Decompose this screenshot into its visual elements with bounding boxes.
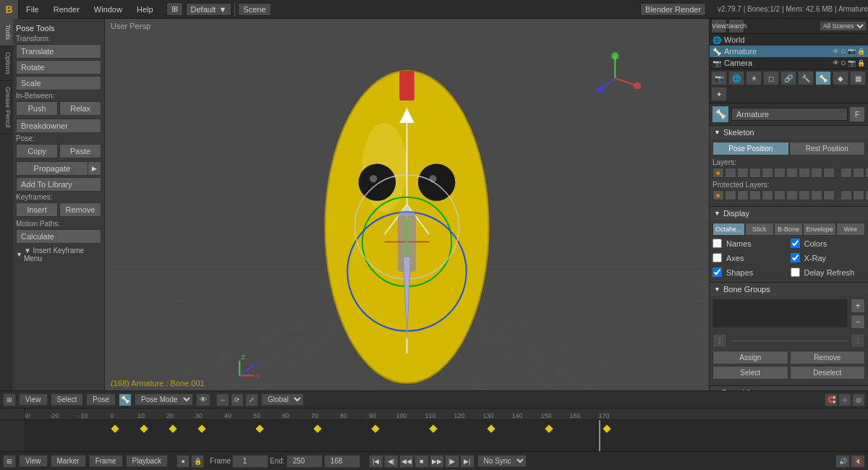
colors-checkbox[interactable] [791, 239, 800, 248]
calculate-btn[interactable]: Calculate [16, 229, 101, 244]
sync-selector[interactable]: No Sync [477, 455, 527, 467]
bone-groups-list[interactable] [712, 299, 848, 328]
pose-position-btn[interactable]: Pose Position [712, 142, 789, 155]
view-mode-btn[interactable]: 👁 [196, 393, 210, 406]
stop-btn[interactable]: ■ [414, 455, 429, 468]
tools-tab[interactable]: Tools [0, 19, 13, 46]
copy-btn[interactable]: Copy [16, 144, 58, 158]
sync-btn[interactable]: 🔒 [191, 455, 204, 468]
prot-layer-btn-9[interactable] [811, 190, 822, 200]
armature-restrict3[interactable]: 📷 [848, 48, 856, 55]
xform-btn-1[interactable]: ↔ [216, 393, 229, 406]
fake-user-btn[interactable]: F [849, 106, 865, 122]
armature-item[interactable]: 🦴 Armature 👁 ⊙ 📷 🔒 [710, 46, 868, 57]
prot-layer-btn-13[interactable] [865, 190, 868, 200]
names-checkbox[interactable] [712, 239, 722, 248]
camera-restrict3[interactable]: 📷 [848, 59, 856, 67]
camera-restrict4[interactable]: 🔒 [857, 59, 865, 67]
envelope-btn[interactable]: Envelope [803, 223, 836, 236]
camera-item[interactable]: 📷 Camera 👁 ⊙ 📷 🔒 [710, 57, 868, 69]
global-selector[interactable]: Global [261, 393, 304, 406]
armature-restrict1[interactable]: 👁 [833, 48, 839, 55]
xform-btn-3[interactable]: ⤢ [245, 393, 258, 406]
render-menu[interactable]: Render [46, 0, 87, 18]
pose-btn-timeline[interactable]: Pose [86, 393, 116, 406]
camera-restrict2[interactable]: ⊙ [841, 59, 846, 67]
world-prop-icon[interactable]: ☀ [746, 71, 762, 85]
add-bone-group-btn[interactable]: + [851, 299, 865, 313]
push-btn[interactable]: Push [16, 101, 58, 116]
armature-restrict2[interactable]: ⊙ [841, 48, 846, 55]
prot-layer-btn-10[interactable] [823, 190, 835, 200]
translate-btn[interactable]: Translate [16, 44, 101, 59]
record-btn[interactable]: ● [176, 455, 190, 468]
prot-layer-btn-6[interactable] [774, 190, 786, 200]
prot-layer-btn-12[interactable] [853, 190, 864, 200]
render-icon[interactable]: 📷 [711, 71, 727, 85]
end-frame-input[interactable] [286, 455, 323, 468]
view-btn-playback[interactable]: View [19, 455, 48, 467]
scale-btn[interactable]: Scale [16, 76, 101, 90]
deselect-btn[interactable]: Deselect [790, 366, 866, 380]
texture-icon[interactable]: ▦ [850, 71, 866, 85]
prot-layer-btn-1[interactable] [712, 190, 724, 200]
pose-mode-icon[interactable]: 🦴 [119, 393, 132, 406]
layout-dropdown[interactable]: Default ▼ [186, 3, 232, 16]
prot-layer-btn-7[interactable] [786, 190, 798, 200]
breakdowner-btn[interactable]: Breakdowner [16, 119, 101, 133]
remove-btn[interactable]: Remove [59, 202, 101, 217]
constraints-icon[interactable]: 🔗 [780, 71, 796, 85]
prot-layer-btn-4[interactable] [749, 190, 761, 200]
layer-btn-2[interactable] [725, 168, 736, 178]
display-header[interactable]: ▼ Display [710, 207, 868, 220]
view-btn[interactable]: View [711, 19, 727, 33]
all-scenes-select[interactable]: All Scenes [820, 21, 867, 31]
step-back-btn[interactable]: ◀| [384, 455, 399, 468]
particles-icon[interactable]: ✦ [711, 87, 727, 101]
remove-assign-btn[interactable]: Remove [790, 351, 866, 364]
modifiers-icon[interactable]: 🔧 [798, 71, 814, 85]
view-btn-timeline[interactable]: View [19, 393, 48, 406]
layer-btn-4[interactable] [749, 168, 761, 178]
timeline-tracks[interactable] [25, 420, 868, 451]
propagate-arrow[interactable]: ▶ [88, 161, 101, 176]
mode-selector[interactable]: Pose Mode [135, 393, 193, 406]
playback-btn-label[interactable]: Playback [126, 455, 169, 467]
object-name-field[interactable] [731, 108, 848, 121]
layer-btn-7[interactable] [786, 168, 798, 178]
axes-checkbox[interactable] [712, 253, 722, 262]
prot-layer-btn-8[interactable] [799, 190, 810, 200]
frame-btn[interactable]: Frame [89, 455, 123, 467]
skeleton-header[interactable]: ▼ Skeleton [710, 126, 868, 139]
start-frame-input[interactable] [232, 455, 268, 468]
onion-btn[interactable]: ◎ [852, 393, 865, 406]
jump-end-btn[interactable]: ▶| [460, 455, 475, 468]
screen-type-icon[interactable]: ⊞ [166, 2, 183, 16]
select-btn-timeline[interactable]: Select [51, 393, 84, 406]
play-btn[interactable]: ▶▶ [430, 455, 444, 468]
layer-btn-10[interactable] [823, 168, 835, 178]
object-icon[interactable]: ◻ [763, 71, 779, 85]
xform-btn-2[interactable]: ⟳ [231, 393, 244, 406]
layer-btn-9[interactable] [811, 168, 822, 178]
rest-position-btn[interactable]: Rest Position [789, 142, 866, 155]
mute-btn[interactable]: 🔇 [851, 455, 865, 468]
stick-btn[interactable]: Stick [745, 223, 774, 236]
marker-btn[interactable]: Marker [51, 455, 86, 467]
relax-btn[interactable]: Relax [59, 101, 101, 116]
octahedral-btn[interactable]: Octahe... [712, 223, 745, 236]
timeline-content[interactable]: -30 -20 -10 0 10 20 30 40 50 60 70 80 90… [0, 409, 868, 451]
magnet-btn[interactable]: 🧲 [825, 393, 838, 406]
prot-layer-btn-2[interactable] [725, 190, 736, 200]
insert-keyframe-menu[interactable]: ▼ ▼ Insert Keyframe Menu [16, 247, 101, 262]
layer-btn-6[interactable] [774, 168, 786, 178]
viewport[interactable]: User Persp [105, 19, 709, 390]
layer-btn-3[interactable] [737, 168, 749, 178]
timeline-view-menu[interactable]: ⊞ [3, 455, 16, 468]
world-item[interactable]: 🌐 World [710, 34, 868, 46]
layer-btn-5[interactable] [762, 168, 773, 178]
propagate-btn[interactable]: Propagate [16, 161, 88, 176]
data-icon[interactable]: 🦴 [815, 71, 831, 85]
bone-groups-header[interactable]: ▼ Bone Groups [710, 283, 868, 296]
wire-btn[interactable]: Wire [836, 223, 865, 236]
